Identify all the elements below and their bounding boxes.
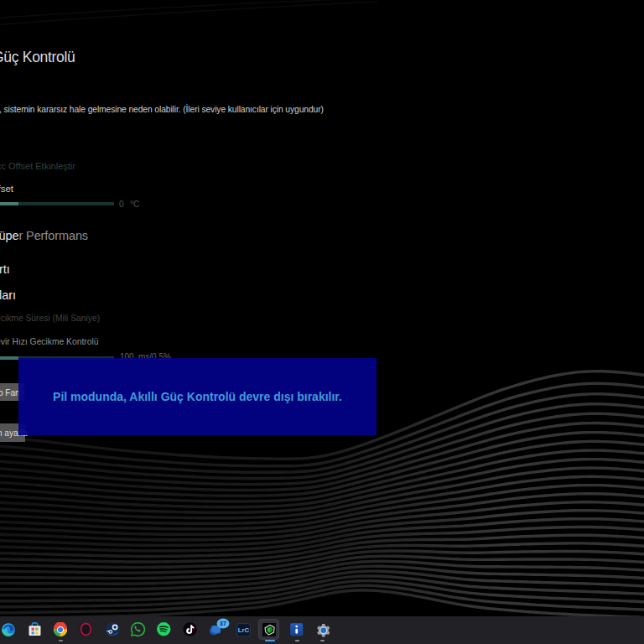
svg-text:37: 37 <box>220 621 226 626</box>
svg-text:LrC: LrC <box>237 626 249 634</box>
